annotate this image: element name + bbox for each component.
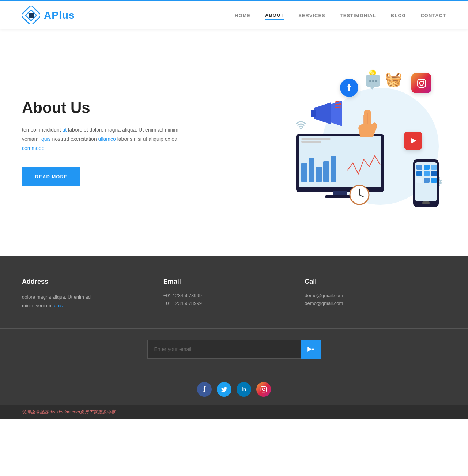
svg-rect-18 bbox=[316, 167, 322, 182]
basket-icon: 🧺 bbox=[385, 71, 402, 87]
svg-marker-26 bbox=[411, 138, 416, 143]
hero-content: About Us tempor incididunt ut labore et … bbox=[22, 99, 197, 186]
email-subscribe-input[interactable] bbox=[147, 340, 301, 359]
wifi-icon bbox=[294, 119, 307, 132]
footer-call-col: Call demo@gmail.com demo@gmail.com bbox=[305, 278, 446, 310]
svg-rect-37 bbox=[431, 178, 437, 183]
footer-top: Address dolore magna aliqua. Ut enim ad … bbox=[22, 278, 446, 310]
svg-rect-32 bbox=[416, 171, 422, 176]
footer-address-col: Address dolore magna aliqua. Ut enim ad … bbox=[22, 278, 163, 310]
hero-title: About Us bbox=[22, 99, 197, 117]
footer-email-title: Email bbox=[163, 278, 305, 286]
svg-rect-30 bbox=[424, 165, 430, 170]
site-footer: Address dolore magna aliqua. Ut enim ad … bbox=[0, 256, 468, 405]
nav-about[interactable]: ABOUT bbox=[265, 11, 284, 20]
svg-rect-44 bbox=[261, 386, 267, 392]
svg-rect-43 bbox=[312, 348, 314, 350]
hero-section: About Us tempor incididunt ut labore et … bbox=[0, 29, 468, 256]
logo[interactable]: APlus bbox=[22, 6, 75, 24]
monitor-icon bbox=[296, 134, 391, 201]
hand-icon bbox=[356, 110, 378, 140]
nav-home[interactable]: HOME bbox=[235, 11, 250, 20]
footer-email-col: Email +01 12345678999 +01 12345678999 bbox=[163, 278, 305, 310]
watermark-text: 访问血号社区bbs.xienlao.com免费下载更多内容 bbox=[22, 409, 115, 415]
svg-point-45 bbox=[262, 388, 265, 391]
svg-point-46 bbox=[265, 388, 265, 388]
nav-services[interactable]: SERVICES bbox=[298, 11, 325, 20]
youtube-icon bbox=[404, 132, 422, 150]
logo-icon bbox=[22, 6, 40, 24]
svg-rect-33 bbox=[424, 171, 430, 176]
footer-address-title: Address bbox=[22, 278, 163, 286]
svg-rect-36 bbox=[424, 178, 430, 183]
svg-rect-17 bbox=[309, 158, 314, 182]
svg-rect-15 bbox=[301, 141, 321, 143]
social-twitter[interactable] bbox=[217, 382, 231, 397]
svg-rect-3 bbox=[418, 79, 426, 87]
svg-marker-42 bbox=[307, 347, 312, 352]
svg-point-4 bbox=[419, 81, 423, 85]
svg-rect-16 bbox=[301, 163, 307, 182]
megaphone-icon bbox=[311, 101, 344, 128]
footer-subscribe bbox=[0, 328, 468, 373]
footer-call-2: demo@gmail.com bbox=[305, 301, 446, 306]
svg-rect-29 bbox=[416, 165, 422, 170]
svg-rect-20 bbox=[331, 156, 336, 182]
svg-rect-35 bbox=[416, 178, 422, 183]
logo-text: APlus bbox=[44, 10, 75, 21]
social-facebook[interactable]: f bbox=[197, 382, 212, 397]
instagram-icon bbox=[411, 73, 431, 93]
social-linkedin[interactable]: in bbox=[237, 382, 251, 397]
footer-email-1: +01 12345678999 bbox=[163, 293, 305, 298]
hero-illustration: f 🧺 💡 bbox=[292, 66, 446, 219]
footer-call-title: Call bbox=[305, 278, 446, 286]
svg-marker-6 bbox=[314, 102, 331, 124]
main-nav: HOME ABOUT SERVICES TESTIMONIAL BLOG CON… bbox=[235, 11, 446, 20]
nav-contact[interactable]: CONTACT bbox=[420, 11, 446, 20]
site-header: APlus HOME ABOUT SERVICES TESTIMONIAL BL… bbox=[0, 0, 468, 29]
svg-rect-14 bbox=[301, 138, 331, 140]
svg-rect-38 bbox=[422, 201, 430, 204]
svg-rect-2 bbox=[29, 13, 34, 18]
svg-rect-31 bbox=[431, 165, 437, 170]
nav-testimonial[interactable]: TESTIMONIAL bbox=[340, 11, 376, 20]
subscribe-button[interactable] bbox=[301, 340, 321, 359]
nav-blog[interactable]: BLOG bbox=[391, 11, 406, 20]
svg-point-5 bbox=[423, 80, 424, 82]
svg-rect-7 bbox=[311, 110, 316, 117]
footer-call-1: demo@gmail.com bbox=[305, 293, 446, 298]
phone-icon bbox=[413, 159, 439, 208]
footer-email-2: +01 12345678999 bbox=[163, 301, 305, 306]
hero-description: tempor incididunt ut labore et dolore ma… bbox=[22, 125, 197, 153]
svg-rect-19 bbox=[323, 161, 329, 182]
social-instagram[interactable] bbox=[256, 382, 271, 397]
svg-rect-34 bbox=[431, 171, 437, 176]
arrow-right-icon bbox=[307, 347, 314, 352]
facebook-icon: f bbox=[340, 79, 358, 97]
watermark-bar: 访问血号社区bbs.xienlao.com免费下载更多内容 bbox=[0, 405, 468, 419]
footer-social: f in bbox=[22, 373, 446, 405]
footer-address-text: dolore magna aliqua. Ut enim ad minim ve… bbox=[22, 293, 163, 310]
chat-bubble-icon bbox=[366, 75, 380, 87]
svg-line-11 bbox=[335, 107, 341, 107]
clock-icon bbox=[349, 185, 370, 207]
read-more-button[interactable]: READ MORE bbox=[22, 167, 80, 186]
